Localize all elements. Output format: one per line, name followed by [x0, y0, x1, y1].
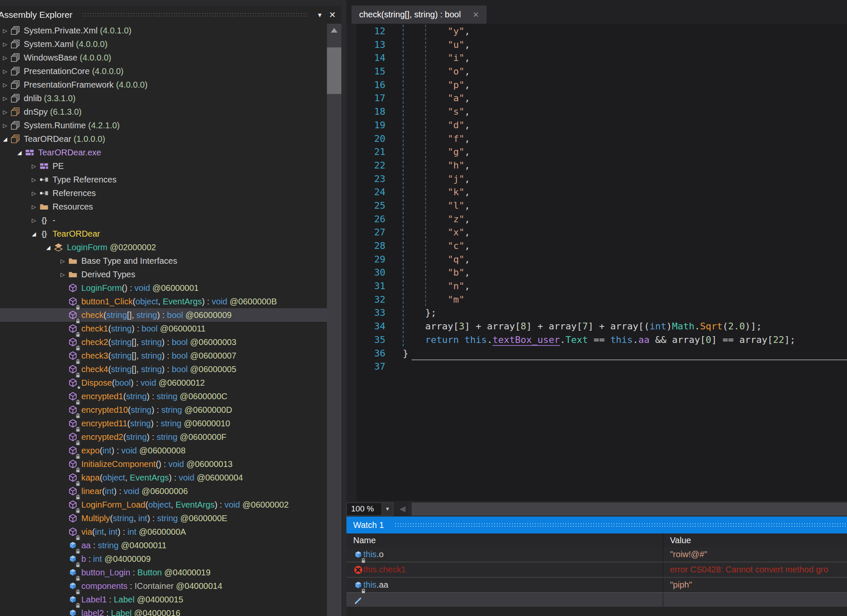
tree-row[interactable]: ◢TearORDear.exe [0, 146, 327, 159]
expander-closed-icon[interactable]: ▷ [29, 204, 39, 210]
watch-column-name[interactable]: Name [346, 533, 663, 547]
expander-closed-icon[interactable]: ▷ [29, 190, 39, 196]
code-line[interactable]: 23 "j", [346, 172, 847, 186]
watch-row[interactable]: this.o"roiw!@#" [346, 547, 847, 562]
code-line[interactable]: 31 "n", [346, 279, 847, 293]
tree-row[interactable]: ▷Base Type and Interfaces [0, 254, 327, 268]
watch-drag-grip[interactable] [394, 522, 847, 528]
tree-row[interactable]: aa : string @04000011 [0, 539, 327, 552]
panel-drag-grip[interactable] [82, 12, 307, 17]
code-line[interactable]: 29 "q", [346, 253, 847, 266]
code-line[interactable]: 36} [346, 347, 847, 360]
tree-vertical-scrollbar[interactable] [327, 24, 341, 616]
tree-row[interactable]: ▷PE [0, 159, 327, 173]
tree-row[interactable]: kapa(object, EventArgs) : void @06000004 [0, 471, 327, 484]
code-line[interactable]: 26 "z", [346, 213, 847, 226]
tree-row[interactable]: via(int, int) : int @0600000A [0, 525, 327, 539]
watch-value-cell[interactable] [663, 593, 847, 608]
tree-row[interactable]: check3(string[], string) : bool @0600000… [0, 349, 327, 362]
expander-closed-icon[interactable]: ▷ [58, 258, 68, 264]
tree-row[interactable]: encrypted2(string) : string @0600000F [0, 430, 327, 444]
code-line[interactable]: 27 "x", [346, 226, 847, 239]
watch-add-row[interactable] [346, 592, 847, 608]
tree-row[interactable]: check4(string[], string) : bool @0600000… [0, 362, 327, 376]
tree-row[interactable]: ◢TearORDear (1.0.0.0) [0, 132, 327, 146]
tree-row[interactable]: Label1 : Label @04000015 [0, 593, 327, 606]
watch-value-cell[interactable]: "roiw!@#" [663, 547, 847, 562]
tree-row[interactable]: expo(int) : void @06000008 [0, 444, 327, 457]
watch-column-value[interactable]: Value [663, 533, 847, 547]
code-line[interactable]: 24 "k", [346, 185, 847, 199]
tree-row[interactable]: button1_Click(object, EventArgs) : void … [0, 295, 327, 308]
expander-closed-icon[interactable]: ▷ [0, 109, 10, 115]
tree-row[interactable]: ▷Resources [0, 200, 327, 213]
code-line[interactable]: 33 }; [346, 306, 847, 320]
tree-row[interactable]: ▷PresentationCore (4.0.0.0) [0, 64, 327, 78]
tree-row[interactable]: ▷System.Xaml (4.0.0.0) [0, 37, 327, 51]
code-line[interactable]: 12 "y", [346, 25, 847, 38]
tree-row[interactable]: label2 : Label @04000016 [0, 606, 327, 616]
hscroll-left-arrow-icon[interactable]: ◀ [399, 504, 406, 514]
zoom-dropdown-button[interactable]: ▼ [382, 503, 393, 516]
tree-row[interactable]: ▷WindowsBase (4.0.0.0) [0, 51, 327, 64]
code-line[interactable]: 35 return this.textBox_user.Text == this… [346, 333, 847, 347]
tree-row[interactable]: ▷System.Runtime (4.2.1.0) [0, 119, 327, 132]
code-line[interactable]: 17 "a", [346, 91, 847, 105]
scrollbar-up-arrow-icon[interactable] [331, 28, 338, 33]
tree-row[interactable]: encrypted10(string) : string @0600000D [0, 403, 327, 417]
panel-splitter[interactable] [341, 0, 346, 616]
tree-row[interactable]: ▷{}- [0, 213, 327, 227]
tree-row[interactable]: LoginForm_Load(object, EventArgs) : void… [0, 498, 327, 511]
tree-row[interactable]: ★Dispose(bool) : void @06000012 [0, 376, 327, 389]
tree-row[interactable]: check1(string) : bool @06000011 [0, 322, 327, 335]
tree-row[interactable]: LoginForm() : void @06000001 [0, 281, 327, 295]
expander-closed-icon[interactable]: ▷ [0, 68, 10, 75]
tree-row[interactable]: encrypted11(string) : string @06000010 [0, 417, 327, 430]
code-line[interactable]: 20 "f", [346, 132, 847, 146]
tree-row[interactable]: encrypted1(string) : string @0600000C [0, 389, 327, 403]
code-line[interactable]: 30 "b", [346, 266, 847, 279]
expander-closed-icon[interactable]: ▷ [0, 55, 10, 61]
tree-row-selected[interactable]: check(string[], string) : bool @06000009 [0, 308, 327, 322]
watch-name-cell[interactable]: this.check1 [346, 562, 663, 577]
tree-row[interactable]: linear(int) : void @06000006 [0, 484, 327, 498]
tree-row[interactable]: ▷References [0, 186, 327, 200]
code-line[interactable]: 28 "c", [346, 239, 847, 253]
expander-closed-icon[interactable]: ▷ [29, 217, 39, 224]
code-editor[interactable]: 12 "y",13 "u",14 "i",15 "o",16 "p",17 "a… [346, 24, 847, 501]
code-line[interactable]: 34 array[3] + array[8] + array[7] + arra… [346, 320, 847, 333]
expander-open-icon[interactable]: ◢ [43, 244, 53, 251]
expander-closed-icon[interactable]: ▷ [0, 95, 10, 102]
watch-value-cell[interactable]: "piph" [663, 577, 847, 592]
watch-row[interactable]: this.aa"piph" [346, 577, 847, 592]
watch-name-cell[interactable]: this.o [346, 547, 663, 562]
watch-panel-header[interactable]: Watch 1 [346, 517, 847, 533]
tree-row[interactable]: components : IContainer @04000014 [0, 579, 327, 593]
code-line[interactable]: 14 "i", [346, 51, 847, 65]
expander-closed-icon[interactable]: ▷ [0, 28, 10, 34]
code-line[interactable]: 37 [346, 360, 847, 373]
close-icon[interactable]: ✕ [326, 8, 339, 21]
watch-name-cell[interactable] [346, 593, 663, 608]
code-line[interactable]: 25 "l", [346, 199, 847, 213]
tab-check-method[interactable]: check(string[], string) : bool ✕ [352, 6, 487, 24]
tree-row[interactable]: check2(string[], string) : bool @0600000… [0, 335, 327, 349]
chevron-down-icon[interactable]: ▾ [313, 8, 326, 21]
code-line[interactable]: 32 "m" [346, 293, 847, 307]
tree-row[interactable]: button_Login : Button @04000019 [0, 566, 327, 579]
expander-open-icon[interactable]: ◢ [0, 136, 10, 142]
watch-name-cell[interactable]: this.aa [346, 577, 663, 592]
expander-closed-icon[interactable]: ▷ [58, 271, 68, 278]
expander-closed-icon[interactable]: ▷ [29, 177, 39, 183]
horizontal-scrollbar[interactable] [408, 503, 847, 516]
tree-row[interactable]: ▷PresentationFramework (4.0.0.0) [0, 78, 327, 91]
code-line[interactable]: 22 "h", [346, 159, 847, 172]
tree-row[interactable]: Multiply(string, int) : string @0600000E [0, 511, 327, 525]
code-line[interactable]: 16 "p", [346, 78, 847, 92]
zoom-level-input[interactable]: 100 % [346, 503, 382, 516]
expander-closed-icon[interactable]: ▷ [29, 163, 39, 169]
code-line[interactable]: 21 "g", [346, 145, 847, 159]
code-line[interactable]: 13 "u", [346, 38, 847, 52]
expander-closed-icon[interactable]: ▷ [0, 41, 10, 47]
tree-row[interactable]: ◢LoginForm @02000002 [0, 240, 327, 254]
